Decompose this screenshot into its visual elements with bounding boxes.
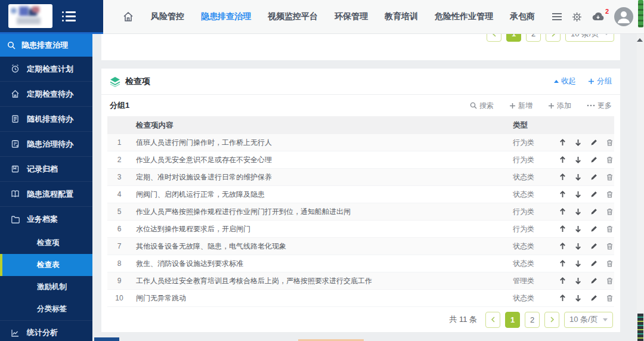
- sidebar-header-hazard-module[interactable]: 隐患排查治理: [0, 34, 92, 57]
- move-down-icon[interactable]: [575, 139, 581, 146]
- sidebar-subitem-incentive[interactable]: 激励机制: [0, 276, 92, 298]
- move-up-icon[interactable]: [559, 225, 566, 232]
- next-page-button[interactable]: [546, 34, 561, 42]
- nav-item-risk[interactable]: 风险管控: [151, 11, 184, 22]
- move-up-icon[interactable]: [559, 208, 566, 215]
- edit-pencil-icon[interactable]: [590, 173, 597, 181]
- column-header-type: 类型: [513, 120, 559, 131]
- add-group-button[interactable]: 分组: [588, 76, 612, 86]
- move-up-icon[interactable]: [559, 173, 566, 181]
- delete-trash-icon[interactable]: [606, 277, 613, 284]
- page-size-select[interactable]: 10 条/页: [564, 312, 613, 328]
- delete-trash-icon[interactable]: [606, 208, 613, 215]
- move-up-icon[interactable]: [559, 243, 566, 250]
- row-content: 值班人员进行闸门操作时，工作桥上无行人: [131, 138, 513, 148]
- move-down-icon[interactable]: [575, 260, 581, 267]
- table-row[interactable]: 3 定期、准时对设施设备进行日常的维护保养 状态类: [107, 169, 614, 186]
- table-row[interactable]: 8 救生、消防设备设施达到要求标准 状态类: [107, 255, 614, 272]
- table-row[interactable]: 1 值班人员进行闸门操作时，工作桥上无行人 行为类: [107, 134, 614, 151]
- sidebar-item-statistics[interactable]: 统计分析: [0, 320, 92, 341]
- nav-item-contractor[interactable]: 承包商: [510, 11, 535, 22]
- edit-pencil-icon[interactable]: [590, 139, 597, 146]
- sidebar-subitem-check-table[interactable]: 检查表: [0, 254, 92, 276]
- edit-pencil-icon[interactable]: [590, 260, 597, 267]
- table-row[interactable]: 6 水位达到操作规程要求后，开启闸门 行为类: [107, 221, 614, 238]
- move-down-icon[interactable]: [575, 225, 581, 232]
- sidebar-item-business-archive[interactable]: 业务档案: [0, 207, 92, 232]
- cloud-download-icon[interactable]: 2: [592, 12, 605, 21]
- floating-side-widget[interactable]: [637, 314, 643, 341]
- sidebar-item-treatment-todo[interactable]: 隐患治理待办: [0, 132, 92, 157]
- delete-trash-icon[interactable]: [606, 260, 613, 267]
- more-menu-icon[interactable]: [552, 13, 562, 21]
- delete-trash-icon[interactable]: [606, 156, 613, 163]
- move-down-icon[interactable]: [575, 277, 581, 284]
- collapse-button[interactable]: 收起: [554, 76, 576, 86]
- append-button[interactable]: 添加: [548, 101, 571, 111]
- edit-pencil-icon[interactable]: [590, 294, 597, 302]
- more-button[interactable]: 更多: [587, 101, 612, 111]
- move-down-icon[interactable]: [575, 294, 581, 302]
- scrollbar-track[interactable]: [637, 34, 644, 341]
- move-down-icon[interactable]: [575, 243, 581, 250]
- prev-page-button[interactable]: [485, 312, 500, 328]
- delete-trash-icon[interactable]: [606, 294, 613, 302]
- table-row[interactable]: 9 工作人员经过安全教育培训且考核合格后上岗，严格按照要求进行交底工作 管理类: [107, 272, 614, 290]
- move-up-icon[interactable]: [559, 156, 566, 163]
- scroll-up-arrow-icon[interactable]: [637, 38, 643, 42]
- table-row[interactable]: 10 闸门无异常跳动 状态类: [107, 290, 614, 307]
- next-page-button[interactable]: [544, 312, 559, 328]
- row-index: 8: [107, 259, 131, 268]
- move-down-icon[interactable]: [575, 156, 581, 163]
- move-down-icon[interactable]: [575, 173, 581, 181]
- nav-item-video[interactable]: 视频监控平台: [268, 11, 318, 22]
- collapse-menu-icon[interactable]: [62, 11, 76, 21]
- move-down-icon[interactable]: [575, 191, 581, 198]
- move-up-icon[interactable]: [559, 260, 566, 267]
- table-row[interactable]: 5 作业人员严格按照操作规程进行作业闸门打开到位，通知船舶进出闸 行为类: [107, 203, 614, 221]
- page-button-2[interactable]: 2: [526, 34, 541, 42]
- gear-icon[interactable]: [572, 12, 582, 22]
- edit-pencil-icon[interactable]: [590, 225, 597, 232]
- add-new-button[interactable]: 新增: [509, 101, 532, 111]
- edit-pencil-icon[interactable]: [590, 156, 597, 163]
- nav-item-hazard[interactable]: 隐患排查治理: [201, 11, 251, 22]
- page-size-select[interactable]: 10 条/页: [565, 34, 614, 42]
- nav-item-dangerous-work[interactable]: 危险性作业管理: [435, 11, 493, 22]
- sidebar-item-periodic-plan[interactable]: 定期检查计划: [0, 57, 92, 82]
- nav-item-env[interactable]: 环保管理: [335, 11, 368, 22]
- edit-pencil-icon[interactable]: [590, 277, 597, 284]
- nav-item-training[interactable]: 教育培训: [385, 11, 418, 22]
- move-up-icon[interactable]: [559, 294, 566, 302]
- sidebar-item-record-archive[interactable]: 记录归档: [0, 157, 92, 182]
- delete-trash-icon[interactable]: [606, 225, 613, 232]
- page-button-1[interactable]: 1: [506, 34, 521, 42]
- search-button[interactable]: 搜索: [470, 101, 494, 111]
- move-down-icon[interactable]: [575, 208, 581, 215]
- sidebar-subitem-category-tags[interactable]: 分类标签: [0, 298, 92, 320]
- delete-trash-icon[interactable]: [606, 173, 613, 181]
- delete-trash-icon[interactable]: [606, 139, 613, 146]
- edit-pencil-icon[interactable]: [590, 243, 597, 250]
- prev-page-button[interactable]: [487, 34, 501, 42]
- user-avatar[interactable]: [614, 7, 633, 26]
- home-icon[interactable]: [122, 11, 134, 23]
- table-row[interactable]: 2 作业人员无安全意识不足或存在不安全心理 行为类: [107, 151, 614, 169]
- move-up-icon[interactable]: [559, 191, 566, 198]
- delete-trash-icon[interactable]: [606, 191, 613, 198]
- delete-trash-icon[interactable]: [606, 243, 613, 250]
- edit-pencil-icon[interactable]: [590, 208, 597, 215]
- page-button-2[interactable]: 2: [525, 312, 540, 328]
- edit-pencil-icon[interactable]: [590, 191, 597, 198]
- table-row[interactable]: 4 闸阀门、启闭机运行正常，无故障及隐患 状态类: [107, 186, 614, 203]
- table-row[interactable]: 7 其他设备设备无故障、隐患，电气线路老化现象 状态类: [107, 238, 614, 255]
- move-up-icon[interactable]: [559, 277, 566, 284]
- move-up-icon[interactable]: [559, 139, 566, 146]
- page-button-1[interactable]: 1: [505, 312, 520, 328]
- horizontal-scrollbar-thumb[interactable]: [94, 337, 119, 341]
- scrollbar-thumb[interactable]: [638, 0, 643, 27]
- sidebar-subitem-check-item[interactable]: 检查项: [0, 232, 92, 254]
- sidebar-item-random-todo[interactable]: 随机排查待办: [0, 107, 92, 132]
- sidebar-item-periodic-todo[interactable]: 定期检查待办: [0, 82, 92, 107]
- sidebar-item-process-config[interactable]: 隐患流程配置: [0, 182, 92, 207]
